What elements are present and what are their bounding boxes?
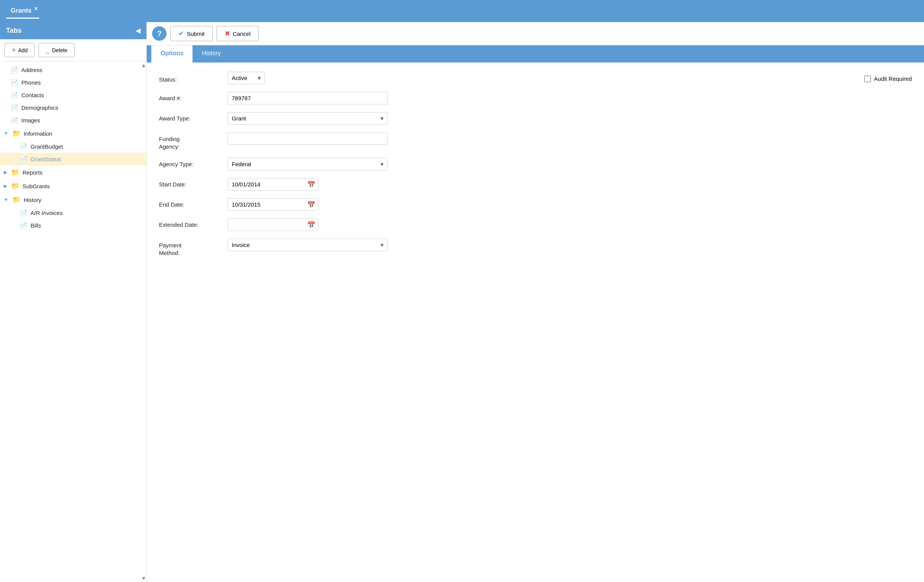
sidebar-header: Tabs ◀ <box>0 22 146 39</box>
start-date-input[interactable] <box>228 178 318 191</box>
grants-tab[interactable]: Grants × <box>6 4 39 19</box>
add-button[interactable]: + Add <box>5 43 35 57</box>
submit-button[interactable]: ✔ Submit <box>170 26 213 41</box>
folder-open-icon: 📁 <box>12 196 21 204</box>
funding-agency-row: FundingAgency: <box>159 132 912 150</box>
tab-history[interactable]: History <box>193 45 230 63</box>
tab-history-label: History <box>202 50 221 56</box>
cancel-label: Cancel <box>233 30 251 37</box>
agency-type-select-wrap: Federal State Local Private ▼ <box>228 158 388 170</box>
award-num-input[interactable] <box>228 92 388 104</box>
collapse-sidebar-icon[interactable]: ◀ <box>136 27 140 34</box>
sidebar-item-bills[interactable]: 📄 Bills <box>0 219 146 232</box>
file-icon: 📄 <box>11 79 18 86</box>
scroll-down-arrow[interactable]: ▼ <box>140 574 146 582</box>
award-num-label: Award #: <box>159 92 228 101</box>
sidebar-item-images[interactable]: 📄 Images <box>0 114 146 127</box>
status-select[interactable]: Active Inactive Pending Closed <box>228 72 265 84</box>
award-type-select[interactable]: Grant Contract Cooperative Agreement <box>228 112 388 125</box>
award-num-control <box>228 92 388 104</box>
extended-date-label: Extended Date: <box>159 218 228 228</box>
start-date-row: Start Date: 📅 <box>159 178 912 191</box>
sidebar-item-label: Contacts <box>21 92 44 98</box>
sidebar-item-contacts[interactable]: 📄 Contacts <box>0 89 146 101</box>
form-content: Status: Active Inactive Pending Closed ▼… <box>147 63 924 582</box>
grants-tab-label: Grants <box>11 7 31 15</box>
collapse-icon[interactable]: ▼ <box>4 131 8 136</box>
sidebar-item-label: Phones <box>21 79 41 86</box>
payment-method-select[interactable]: Invoice Advance Reimbursement <box>228 239 388 251</box>
award-type-row: Award Type: Grant Contract Cooperative A… <box>159 112 912 125</box>
add-icon: + <box>12 46 16 54</box>
check-icon: ✔ <box>178 29 184 38</box>
tab-options-label: Options <box>160 50 183 56</box>
sidebar-item-information[interactable]: ▼ 📁 Information <box>0 127 146 140</box>
sidebar-item-address[interactable]: 📄 Address <box>0 64 146 76</box>
sidebar-title: Tabs <box>6 27 22 35</box>
tabs-row: Options History <box>147 45 924 63</box>
end-date-input[interactable] <box>228 198 318 211</box>
file-icon: 📄 <box>11 117 18 124</box>
file-icon: 📄 <box>11 66 18 74</box>
end-date-label: End Date: <box>159 198 228 208</box>
file-icon: 📄 <box>20 209 28 216</box>
sidebar-item-subgrants[interactable]: ▶ 📁 SubGrants <box>0 179 146 193</box>
extended-date-row: Extended Date: 📅 <box>159 218 912 231</box>
file-icon: 📄 <box>20 155 28 163</box>
add-label: Add <box>18 47 28 53</box>
award-num-row: Award #: <box>159 92 912 104</box>
status-row: Status: Active Inactive Pending Closed ▼… <box>159 72 912 84</box>
help-label: ? <box>157 29 162 38</box>
sidebar-item-label: Reports <box>23 169 43 176</box>
sidebar: Tabs ◀ + Add ⎯ Delete ▲ 📄 Address <box>0 22 147 582</box>
toolbar-row: ? ✔ Submit ✖ Cancel <box>147 22 924 45</box>
sidebar-item-history[interactable]: ▼ 📁 History <box>0 193 146 206</box>
agency-type-row: Agency Type: Federal State Local Private… <box>159 158 912 170</box>
sidebar-item-ar-invoices[interactable]: 📄 A/R Invoices <box>0 206 146 219</box>
funding-agency-control <box>228 132 388 145</box>
submit-label: Submit <box>187 30 205 37</box>
collapse-icon[interactable]: ▼ <box>4 197 8 203</box>
delete-label: Delete <box>52 47 67 53</box>
help-button[interactable]: ? <box>152 26 167 41</box>
sidebar-item-label: Bills <box>30 222 41 229</box>
funding-agency-input[interactable] <box>228 132 388 145</box>
extended-date-wrap: 📅 <box>228 218 318 231</box>
audit-required-checkbox[interactable] <box>864 76 871 82</box>
sidebar-item-label: Images <box>21 117 40 124</box>
expand-icon[interactable]: ▶ <box>4 170 7 175</box>
status-label: Status: <box>159 73 228 83</box>
agency-type-select[interactable]: Federal State Local Private <box>228 158 388 170</box>
right-panel: ? ✔ Submit ✖ Cancel Options History <box>147 22 924 582</box>
folder-closed-icon: 📁 <box>11 168 20 176</box>
sidebar-toolbar: + Add ⎯ Delete <box>0 39 146 61</box>
end-date-row: End Date: 📅 <box>159 198 912 211</box>
audit-required-row: Audit Required <box>864 74 912 82</box>
start-date-wrap: 📅 <box>228 178 318 191</box>
scroll-up-arrow[interactable]: ▲ <box>140 61 146 69</box>
agency-type-label: Agency Type: <box>159 158 228 167</box>
delete-icon: ⎯ <box>46 47 50 54</box>
sidebar-item-label: A/R Invoices <box>30 209 63 216</box>
file-icon: 📄 <box>20 222 28 229</box>
sidebar-item-label: Address <box>21 67 42 73</box>
audit-required-label: Audit Required <box>874 76 912 82</box>
sidebar-item-label: GrantBudget <box>30 143 63 150</box>
cancel-button[interactable]: ✖ Cancel <box>216 26 259 41</box>
tab-options[interactable]: Options <box>151 45 193 63</box>
sidebar-item-label: GrantStatus <box>30 156 61 162</box>
payment-method-select-wrap: Invoice Advance Reimbursement ▼ <box>228 239 388 251</box>
status-select-wrap: Active Inactive Pending Closed ▼ <box>228 72 265 84</box>
x-icon: ✖ <box>224 29 230 38</box>
extended-date-input[interactable] <box>228 218 318 231</box>
sidebar-item-demographics[interactable]: 📄 Demographics <box>0 101 146 114</box>
sidebar-item-label: History <box>24 197 41 203</box>
sidebar-item-reports[interactable]: ▶ 📁 Reports <box>0 165 146 179</box>
sidebar-item-grantstatus[interactable]: 📄 GrantStatus <box>0 153 146 165</box>
sidebar-item-phones[interactable]: 📄 Phones <box>0 76 146 89</box>
close-tab-icon[interactable]: × <box>34 5 37 12</box>
delete-button[interactable]: ⎯ Delete <box>38 43 74 57</box>
expand-icon[interactable]: ▶ <box>4 183 7 189</box>
award-type-select-wrap: Grant Contract Cooperative Agreement ▼ <box>228 112 388 125</box>
sidebar-item-grantbudget[interactable]: 📄 GrantBudget <box>0 140 146 153</box>
